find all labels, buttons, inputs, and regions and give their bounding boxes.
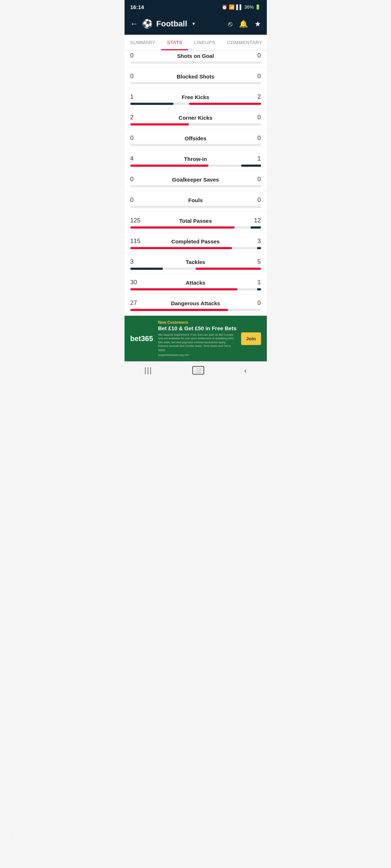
share-icon[interactable]: ⎋ [228,20,232,28]
stat-left-value: 2 [130,114,145,121]
stat-bar [130,247,261,249]
stat-right-value: 1 [247,155,261,162]
stat-row: 0 Shots on Goal 0 [125,51,267,68]
stat-row: 0 Fouls 0 [125,191,267,212]
stat-label: Fouls [145,197,247,203]
stat-label: Total Passes [145,218,247,224]
bar-right [241,165,261,167]
header-left: ← ⚽ Football ▼ [130,19,196,29]
tab-commentary[interactable]: COMMENTARY [221,35,267,50]
back-button[interactable]: ← [130,19,138,29]
stat-label: Goalkeeper Saves [145,176,247,183]
stat-bar [130,82,261,84]
dropdown-arrow[interactable]: ▼ [192,21,196,26]
stat-right-value: 12 [247,217,261,224]
stat-bar [130,103,261,105]
ad-disclaimer: begambleaware.org 18+ [158,353,237,357]
bar-left [130,165,209,167]
status-time: 16:14 [130,4,144,10]
nav-home-icon[interactable]: ⬜ [192,366,204,375]
stat-right-value: 0 [247,299,261,307]
ad-main-text: Bet £10 & Get £50 in Free Bets [158,325,237,332]
stat-row: 27 Dangerous Attacks 0 [125,294,267,315]
stat-label: Attacks [145,280,247,286]
favorite-icon[interactable]: ★ [255,20,261,28]
stat-right-value: 2 [247,93,261,101]
stat-bar [130,226,261,229]
status-bar: 16:14 ⏰ 📶 ▌▌ 36% 🔋 [125,0,267,13]
bar-right [196,268,261,270]
stat-left-value: 0 [130,52,145,59]
nav-back-icon[interactable]: ‹ [244,366,247,375]
ad-banner[interactable]: ℹ bet365 New Customers Bet £10 & Get £50… [125,316,267,361]
ad-new-customers-label: New Customers [158,320,237,324]
stat-label: Corner Kicks [145,115,247,121]
stat-left-value: 0 [130,135,145,142]
battery-level: 36% 🔋 [244,4,261,10]
stat-right-value: 5 [247,258,261,265]
nav-menu-icon[interactable]: ||| [144,366,152,375]
stat-left-value: 125 [130,217,145,224]
stat-row: 30 Attacks 1 [125,274,267,294]
bottom-nav: ||| ⬜ ‹ [125,361,267,380]
stat-bar [130,123,261,125]
ad-small-text: Min deposit requirement. Free bets are p… [158,333,237,352]
bar-left [130,288,237,290]
stat-bar [130,165,261,167]
stat-label: Completed Passes [145,238,247,244]
notifications-icon[interactable]: 🔔 [239,20,248,28]
football-icon: ⚽ [142,19,153,29]
stat-row: 4 Throw-in 1 [125,150,267,171]
stat-label: Blocked Shots [145,73,247,80]
stat-right-value: 0 [247,196,261,204]
stat-right-value: 0 [247,73,261,80]
bar-right [251,226,261,229]
ad-join-button[interactable]: Join [241,332,261,345]
stat-bar [130,185,261,187]
stat-row: 115 Completed Passes 3 [125,233,267,253]
stat-label: Dangerous Attacks [145,300,247,306]
stat-row: 0 Blocked Shots 0 [125,68,267,88]
stat-right-value: 1 [247,279,261,286]
header-right: ⎋ 🔔 ★ [228,20,261,28]
stat-label: Shots on Goal [145,53,247,59]
tab-stats[interactable]: STATS [161,35,188,50]
stat-label: Tackles [145,259,247,265]
stat-left-value: 3 [130,258,145,265]
wifi-icon: 📶 [229,4,235,10]
bet365-logo: bet365 [130,335,154,343]
stat-left-value: 4 [130,155,145,162]
stat-row: 0 Offsides 0 [125,129,267,150]
bar-left [130,103,173,105]
status-icons: ⏰ 📶 ▌▌ 36% 🔋 [222,4,261,10]
stat-row: 2 Corner Kicks 0 [125,109,267,129]
stat-values: 0 Shots on Goal 0 [130,52,261,59]
stat-right-value: 0 [247,176,261,183]
bar-left [130,123,189,125]
stat-bar [130,268,261,270]
stat-right-value: 0 [247,52,261,59]
stat-bar [130,288,261,290]
stat-left-value: 1 [130,93,145,101]
bar-right [189,103,261,105]
signal-icon: ▌▌ [236,4,243,10]
bar-right [257,288,261,290]
stats-container: 0 Shots on Goal 0 0 Blocked Shots 0 1 Fr… [125,51,267,315]
tab-bar: SUMMARY STATS LINEUPS COMMENTARY OD [125,35,267,51]
header-title: Football [156,19,188,29]
stat-row: 125 Total Passes 12 [125,212,267,233]
header: ← ⚽ Football ▼ ⎋ 🔔 ★ [125,13,267,35]
stat-left-value: 0 [130,196,145,204]
tab-summary[interactable]: SUMMARY [125,35,161,50]
stat-bar [130,309,261,311]
bar-left [130,309,228,311]
stat-bar [130,144,261,146]
stat-left-value: 30 [130,279,145,286]
stat-right-value: 0 [247,135,261,142]
stat-right-value: 0 [247,114,261,121]
stat-left-value: 27 [130,299,145,307]
stat-row: 0 Goalkeeper Saves 0 [125,171,267,191]
stat-label: Offsides [145,135,247,141]
bar-left [130,247,232,249]
tab-lineups[interactable]: LINEUPS [188,35,221,50]
